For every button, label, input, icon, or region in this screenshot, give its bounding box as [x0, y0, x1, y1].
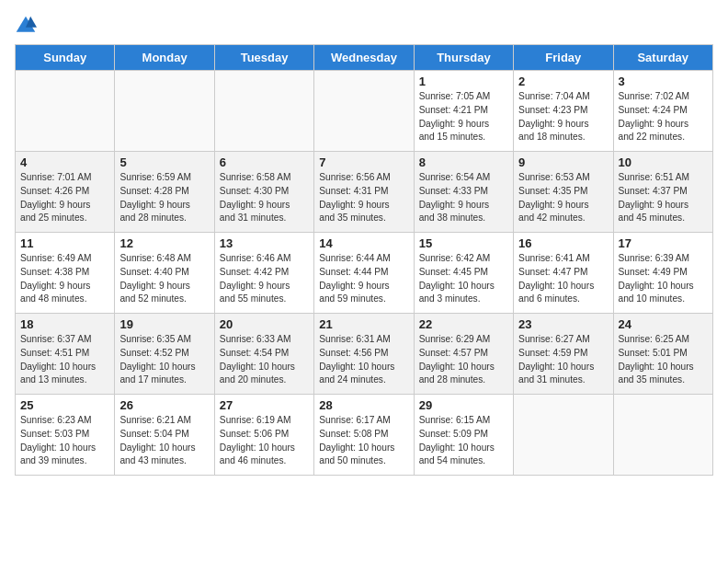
table-row: 14Sunrise: 6:44 AM Sunset: 4:44 PM Dayli… — [314, 233, 414, 314]
table-row: 9Sunrise: 6:53 AM Sunset: 4:35 PM Daylig… — [514, 152, 613, 233]
table-row: 15Sunrise: 6:42 AM Sunset: 4:45 PM Dayli… — [414, 233, 513, 314]
day-info: Sunrise: 6:21 AM Sunset: 5:04 PM Dayligh… — [119, 414, 209, 468]
table-row: 6Sunrise: 6:58 AM Sunset: 4:30 PM Daylig… — [214, 152, 313, 233]
day-info: Sunrise: 7:04 AM Sunset: 4:23 PM Dayligh… — [518, 90, 608, 144]
day-info: Sunrise: 6:59 AM Sunset: 4:28 PM Dayligh… — [119, 171, 209, 225]
table-row: 1Sunrise: 7:05 AM Sunset: 4:21 PM Daylig… — [414, 71, 513, 152]
day-info: Sunrise: 6:53 AM Sunset: 4:35 PM Dayligh… — [518, 171, 608, 225]
day-info: Sunrise: 6:41 AM Sunset: 4:47 PM Dayligh… — [518, 252, 608, 306]
weekday-header-saturday: Saturday — [613, 45, 712, 71]
day-info: Sunrise: 6:39 AM Sunset: 4:49 PM Dayligh… — [619, 252, 708, 306]
day-info: Sunrise: 6:54 AM Sunset: 4:33 PM Dayligh… — [419, 171, 508, 225]
table-row: 24Sunrise: 6:25 AM Sunset: 5:01 PM Dayli… — [613, 314, 712, 395]
day-info: Sunrise: 6:15 AM Sunset: 5:09 PM Dayligh… — [419, 414, 508, 468]
table-row: 11Sunrise: 6:49 AM Sunset: 4:38 PM Dayli… — [16, 233, 115, 314]
day-number: 15 — [419, 236, 508, 250]
logo — [15, 15, 40, 37]
table-row: 29Sunrise: 6:15 AM Sunset: 5:09 PM Dayli… — [414, 395, 513, 476]
table-row: 20Sunrise: 6:33 AM Sunset: 4:54 PM Dayli… — [214, 314, 313, 395]
day-number: 1 — [419, 75, 508, 88]
day-info: Sunrise: 6:46 AM Sunset: 4:42 PM Dayligh… — [220, 252, 309, 306]
table-row: 27Sunrise: 6:19 AM Sunset: 5:06 PM Dayli… — [214, 395, 313, 476]
day-number: 20 — [220, 317, 309, 331]
day-number: 4 — [20, 155, 109, 169]
day-info: Sunrise: 6:49 AM Sunset: 4:38 PM Dayligh… — [20, 252, 109, 306]
day-number: 3 — [619, 75, 708, 88]
weekday-header-sunday: Sunday — [16, 45, 115, 71]
day-number: 5 — [119, 155, 209, 169]
calendar-row-2: 4Sunrise: 7:01 AM Sunset: 4:26 PM Daylig… — [16, 152, 713, 233]
weekday-header-row: SundayMondayTuesdayWednesdayThursdayFrid… — [16, 45, 713, 71]
table-row: 28Sunrise: 6:17 AM Sunset: 5:08 PM Dayli… — [314, 395, 414, 476]
header — [15, 15, 713, 37]
day-info: Sunrise: 7:02 AM Sunset: 4:24 PM Dayligh… — [619, 90, 708, 144]
day-info: Sunrise: 6:35 AM Sunset: 4:52 PM Dayligh… — [119, 333, 209, 387]
day-info: Sunrise: 6:42 AM Sunset: 4:45 PM Dayligh… — [419, 252, 508, 306]
day-number: 6 — [220, 155, 309, 169]
day-info: Sunrise: 6:56 AM Sunset: 4:31 PM Dayligh… — [319, 171, 408, 225]
weekday-header-tuesday: Tuesday — [214, 45, 313, 71]
table-row: 19Sunrise: 6:35 AM Sunset: 4:52 PM Dayli… — [115, 314, 214, 395]
table-row: 12Sunrise: 6:48 AM Sunset: 4:40 PM Dayli… — [115, 233, 214, 314]
day-number: 11 — [20, 236, 109, 250]
table-row: 21Sunrise: 6:31 AM Sunset: 4:56 PM Dayli… — [314, 314, 414, 395]
day-number: 25 — [20, 398, 109, 412]
day-info: Sunrise: 6:27 AM Sunset: 4:59 PM Dayligh… — [518, 333, 608, 387]
day-number: 8 — [419, 155, 508, 169]
day-number: 26 — [119, 398, 209, 412]
day-number: 13 — [220, 236, 309, 250]
day-info: Sunrise: 6:17 AM Sunset: 5:08 PM Dayligh… — [319, 414, 408, 468]
day-number: 17 — [619, 236, 708, 250]
weekday-header-friday: Friday — [514, 45, 613, 71]
day-info: Sunrise: 6:58 AM Sunset: 4:30 PM Dayligh… — [220, 171, 309, 225]
day-info: Sunrise: 7:01 AM Sunset: 4:26 PM Dayligh… — [20, 171, 109, 225]
page: SundayMondayTuesdayWednesdayThursdayFrid… — [0, 0, 728, 485]
table-row: 2Sunrise: 7:04 AM Sunset: 4:23 PM Daylig… — [514, 71, 613, 152]
day-number: 14 — [319, 236, 408, 250]
table-row: 22Sunrise: 6:29 AM Sunset: 4:57 PM Dayli… — [414, 314, 513, 395]
table-row — [514, 395, 613, 476]
day-info: Sunrise: 6:31 AM Sunset: 4:56 PM Dayligh… — [319, 333, 408, 387]
day-info: Sunrise: 6:23 AM Sunset: 5:03 PM Dayligh… — [20, 414, 109, 468]
table-row: 13Sunrise: 6:46 AM Sunset: 4:42 PM Dayli… — [214, 233, 313, 314]
day-info: Sunrise: 6:25 AM Sunset: 5:01 PM Dayligh… — [619, 333, 708, 387]
table-row — [115, 71, 214, 152]
day-number: 10 — [619, 155, 708, 169]
table-row: 18Sunrise: 6:37 AM Sunset: 4:51 PM Dayli… — [16, 314, 115, 395]
day-number: 16 — [518, 236, 608, 250]
weekday-header-thursday: Thursday — [414, 45, 513, 71]
day-info: Sunrise: 6:29 AM Sunset: 4:57 PM Dayligh… — [419, 333, 508, 387]
table-row: 5Sunrise: 6:59 AM Sunset: 4:28 PM Daylig… — [115, 152, 214, 233]
day-number: 29 — [419, 398, 508, 412]
day-info: Sunrise: 6:48 AM Sunset: 4:40 PM Dayligh… — [119, 252, 209, 306]
table-row: 16Sunrise: 6:41 AM Sunset: 4:47 PM Dayli… — [514, 233, 613, 314]
table-row: 23Sunrise: 6:27 AM Sunset: 4:59 PM Dayli… — [514, 314, 613, 395]
table-row — [16, 71, 115, 152]
weekday-header-monday: Monday — [115, 45, 214, 71]
logo-icon — [15, 15, 37, 37]
weekday-header-wednesday: Wednesday — [314, 45, 414, 71]
table-row: 25Sunrise: 6:23 AM Sunset: 5:03 PM Dayli… — [16, 395, 115, 476]
day-number: 18 — [20, 317, 109, 331]
day-number: 27 — [220, 398, 309, 412]
table-row: 4Sunrise: 7:01 AM Sunset: 4:26 PM Daylig… — [16, 152, 115, 233]
calendar-row-5: 25Sunrise: 6:23 AM Sunset: 5:03 PM Dayli… — [16, 395, 713, 476]
table-row — [613, 395, 712, 476]
day-info: Sunrise: 7:05 AM Sunset: 4:21 PM Dayligh… — [419, 90, 508, 144]
day-number: 28 — [319, 398, 408, 412]
day-info: Sunrise: 6:51 AM Sunset: 4:37 PM Dayligh… — [619, 171, 708, 225]
calendar-row-4: 18Sunrise: 6:37 AM Sunset: 4:51 PM Dayli… — [16, 314, 713, 395]
table-row — [314, 71, 414, 152]
day-number: 23 — [518, 317, 608, 331]
table-row: 17Sunrise: 6:39 AM Sunset: 4:49 PM Dayli… — [613, 233, 712, 314]
table-row: 3Sunrise: 7:02 AM Sunset: 4:24 PM Daylig… — [613, 71, 712, 152]
day-info: Sunrise: 6:19 AM Sunset: 5:06 PM Dayligh… — [220, 414, 309, 468]
day-info: Sunrise: 6:44 AM Sunset: 4:44 PM Dayligh… — [319, 252, 408, 306]
day-number: 21 — [319, 317, 408, 331]
day-number: 7 — [319, 155, 408, 169]
day-number: 9 — [518, 155, 608, 169]
day-number: 12 — [119, 236, 209, 250]
day-info: Sunrise: 6:37 AM Sunset: 4:51 PM Dayligh… — [20, 333, 109, 387]
calendar: SundayMondayTuesdayWednesdayThursdayFrid… — [15, 44, 713, 476]
table-row: 10Sunrise: 6:51 AM Sunset: 4:37 PM Dayli… — [613, 152, 712, 233]
